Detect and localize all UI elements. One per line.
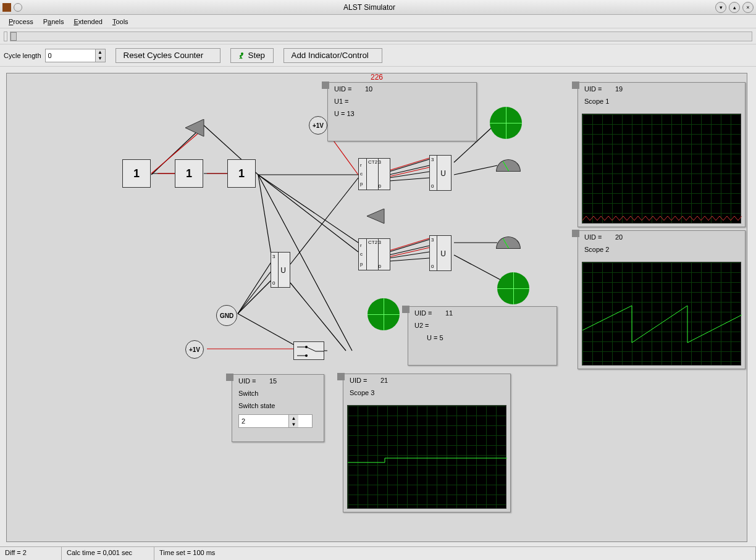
status-time-set: Time set = 100 ms bbox=[154, 547, 756, 560]
svg-marker-39 bbox=[367, 209, 384, 224]
gnd-node[interactable]: GND bbox=[216, 305, 237, 326]
ct2-upper[interactable]: CT2 r c p 3 0 bbox=[358, 158, 390, 190]
scope3-title: Scope 3 bbox=[350, 389, 374, 396]
titlebar: ALST Simulator ▾ ▴ × bbox=[0, 0, 756, 15]
uid-value: 11 bbox=[445, 309, 453, 317]
svg-point-0 bbox=[241, 52, 243, 55]
cycle-length-input[interactable] bbox=[46, 49, 95, 62]
spinner-down[interactable]: ▼ bbox=[96, 56, 105, 62]
spinner-up[interactable]: ▲ bbox=[96, 49, 105, 56]
switch-title: Switch bbox=[238, 390, 258, 397]
panel-grip-icon[interactable] bbox=[572, 230, 579, 237]
spinner-down[interactable]: ▼ bbox=[289, 421, 298, 427]
port-c2: c bbox=[360, 251, 363, 257]
inverter-2[interactable]: 1 bbox=[175, 159, 203, 188]
plus1v-lower[interactable]: +1V bbox=[185, 340, 204, 359]
cycle-count-label: 226 bbox=[371, 73, 383, 81]
u-block-mid[interactable]: 3 0 U bbox=[271, 252, 290, 288]
uid-label: UID = bbox=[350, 377, 380, 384]
menu-process[interactable]: Process bbox=[4, 17, 38, 27]
status-calc-time: Calc time = 0,001 sec bbox=[62, 547, 154, 560]
u-label: U bbox=[280, 266, 286, 275]
panel-uid21-scope3[interactable]: UID =21 Scope 3 bbox=[343, 374, 511, 512]
switch-state-spinner[interactable]: ▲▼ bbox=[238, 414, 313, 428]
uid-label: UID = bbox=[334, 85, 365, 93]
inverter-1[interactable]: 1 bbox=[122, 159, 151, 188]
progress-slider[interactable] bbox=[10, 31, 752, 41]
slider-thumb[interactable] bbox=[10, 32, 17, 41]
uid-value: 10 bbox=[365, 85, 372, 93]
u2-label: U2 = bbox=[414, 322, 429, 329]
scope3-display[interactable] bbox=[347, 405, 506, 509]
panel-grip-icon[interactable] bbox=[322, 81, 329, 89]
status-diff: Diff = 2 bbox=[0, 547, 62, 560]
menu-extended[interactable]: Extended bbox=[69, 17, 107, 27]
step-button[interactable]: Step bbox=[230, 48, 274, 63]
port-c: c bbox=[360, 171, 363, 177]
app-icon bbox=[2, 3, 11, 12]
indicator-led-upper[interactable] bbox=[490, 107, 522, 139]
scope2-display[interactable] bbox=[582, 262, 741, 366]
indicator-led-lower[interactable] bbox=[497, 272, 529, 304]
ct2-label-upper: CT2 bbox=[368, 159, 377, 165]
scope1-title: Scope 1 bbox=[584, 98, 609, 105]
cycle-length-spinner[interactable]: ▲▼ bbox=[45, 49, 106, 62]
switch-state-input[interactable] bbox=[239, 415, 288, 427]
u-block-upper[interactable]: 3 0 U bbox=[429, 155, 452, 191]
port-32: 3 bbox=[379, 240, 381, 245]
statusbar: Diff = 2 Calc time = 0,001 sec Time set … bbox=[0, 546, 756, 560]
panel-grip-icon[interactable] bbox=[402, 306, 410, 313]
uid-label: UID = bbox=[414, 309, 445, 317]
maximize-button[interactable]: ▴ bbox=[729, 2, 740, 13]
titlebar-dot-icon bbox=[14, 3, 22, 12]
uid-value: 20 bbox=[615, 233, 623, 241]
u-value-10: U = 13 bbox=[334, 110, 355, 117]
u-block-lower[interactable]: 3 0 U bbox=[429, 235, 452, 271]
menu-tools[interactable]: Tools bbox=[107, 17, 133, 27]
step-run-icon bbox=[238, 52, 246, 59]
buffer-upper[interactable] bbox=[182, 119, 207, 138]
step-button-label: Step bbox=[248, 51, 265, 60]
port-p: p bbox=[360, 181, 363, 186]
controls-bar: Cycle length ▲▼ Reset Cycles Counter Ste… bbox=[0, 44, 756, 67]
u-value-11: U = 5 bbox=[427, 334, 443, 341]
panel-uid11[interactable]: UID =11 U2 = U = 5 bbox=[408, 306, 557, 366]
buffer-mid[interactable] bbox=[364, 209, 387, 225]
reset-cycles-button[interactable]: Reset Cycles Counter bbox=[116, 48, 220, 63]
scope2-title: Scope 2 bbox=[584, 246, 609, 253]
panel-grip-icon[interactable] bbox=[226, 374, 233, 381]
toolbar-grip[interactable] bbox=[4, 31, 7, 41]
panel-uid20-scope2[interactable]: UID =20 Scope 2 bbox=[578, 230, 746, 369]
panel-grip-icon[interactable] bbox=[337, 373, 345, 380]
ct2-lower[interactable]: CT2 r c p 3 0 bbox=[358, 238, 390, 270]
switch-block[interactable] bbox=[293, 341, 324, 360]
close-button[interactable]: × bbox=[742, 2, 754, 13]
port-3-label: 3 bbox=[272, 254, 275, 259]
ct2-label-lower: CT2 bbox=[368, 240, 377, 245]
inverter-3[interactable]: 1 bbox=[227, 159, 256, 188]
panel-grip-icon[interactable] bbox=[572, 81, 579, 89]
panel-uid19-scope1[interactable]: UID =19 Scope 1 bbox=[578, 82, 746, 227]
svg-line-42 bbox=[306, 347, 316, 351]
port-0: 0 bbox=[379, 183, 381, 189]
canvas-area[interactable]: 226 bbox=[0, 67, 756, 545]
panel-uid15-switch[interactable]: UID =15 Switch Switch state ▲▼ bbox=[232, 374, 324, 442]
toolbar-slider-strip bbox=[0, 28, 756, 44]
switch-state-label: Switch state bbox=[238, 402, 275, 409]
minimize-button[interactable]: ▾ bbox=[715, 2, 726, 13]
menu-panels[interactable]: Panels bbox=[38, 17, 69, 27]
uid-value: 19 bbox=[615, 85, 623, 93]
add-indicator-button[interactable]: Add Indicator/Control bbox=[284, 48, 382, 63]
cycle-length-label: Cycle length bbox=[4, 52, 41, 59]
plus1v-upper[interactable]: +1V bbox=[309, 116, 327, 135]
scope1-display[interactable] bbox=[582, 114, 741, 224]
panel-uid10[interactable]: UID =10 U1 = U = 13 bbox=[327, 82, 477, 141]
u1-label: U1 = bbox=[334, 98, 349, 105]
port-r2: r bbox=[360, 243, 362, 248]
u-label-lower: U bbox=[440, 249, 446, 258]
port-02: 0 bbox=[379, 264, 381, 269]
port-r: r bbox=[360, 162, 362, 168]
svg-marker-38 bbox=[185, 119, 204, 136]
spinner-up[interactable]: ▲ bbox=[289, 415, 298, 421]
indicator-led-mid[interactable] bbox=[368, 298, 400, 330]
